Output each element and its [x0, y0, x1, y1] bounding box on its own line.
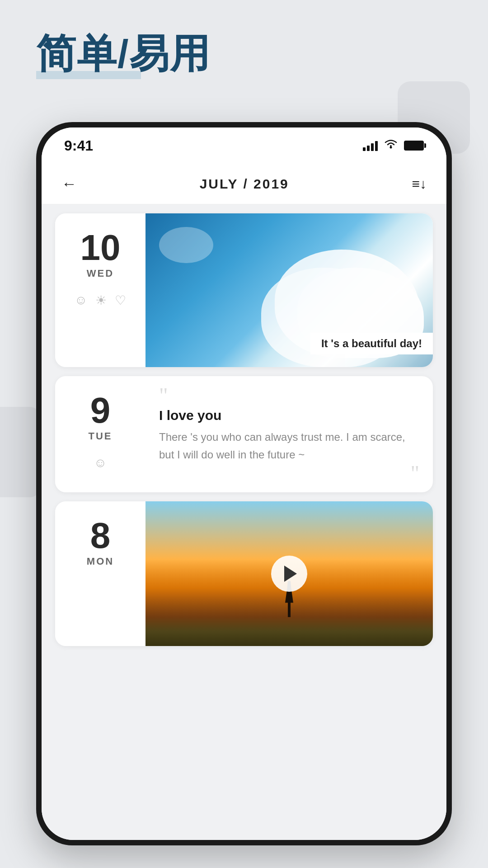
card-content-8 — [145, 501, 433, 646]
status-icons — [363, 139, 424, 153]
card-content-9: " I love you There 's you who can always… — [145, 376, 433, 492]
signal-icon — [363, 140, 378, 151]
entry-title-9: I love you — [159, 408, 419, 423]
smile-icon-9: ☺ — [94, 456, 107, 470]
card-image-10: It 's a beautiful day! — [145, 213, 433, 367]
page-header: 简单/易用 — [36, 27, 211, 81]
date-icons-10: ☺ ☀ ♡ — [75, 293, 127, 308]
diary-card-8[interactable]: 8 MON — [55, 501, 433, 646]
sort-button[interactable]: ≡↓ — [412, 176, 427, 192]
app-title: JULY / 2019 — [200, 176, 289, 192]
diary-card-9[interactable]: 9 TUE ☺ " I love you There 's you who ca… — [55, 376, 433, 492]
svg-point-0 — [390, 146, 392, 148]
smile-icon: ☺ — [75, 293, 88, 308]
status-bar: 9:41 — [42, 127, 446, 164]
card-content-10: It 's a beautiful day! — [145, 213, 433, 367]
date-day-8: 8 — [90, 518, 111, 554]
battery-icon — [404, 141, 424, 151]
video-thumbnail-8 — [145, 501, 433, 646]
bg-decoration-left — [0, 407, 41, 497]
date-icons-9: ☺ — [94, 456, 107, 470]
wifi-icon — [384, 139, 398, 153]
date-weekday-8: MON — [87, 556, 114, 567]
page-title-highlight: 简单/易用 — [36, 27, 211, 81]
date-day-9: 9 — [90, 392, 111, 429]
phone-screen: 9:41 — [42, 127, 446, 840]
diary-card-10[interactable]: 10 WED ☺ ☀ ♡ It 's a beautiful day! — [55, 213, 433, 367]
card-text-9: " I love you There 's you who can always… — [145, 376, 433, 492]
play-button[interactable] — [271, 556, 307, 592]
back-button[interactable]: ← — [61, 175, 77, 193]
phone-frame: 9:41 — [36, 122, 452, 845]
date-weekday-9: TUE — [89, 430, 113, 442]
date-weekday-10: WED — [87, 268, 114, 279]
entry-body-9: There 's you who can always trust me. I … — [159, 429, 419, 463]
date-day-10: 10 — [80, 230, 121, 266]
play-triangle-icon — [284, 566, 297, 582]
quote-close: " — [159, 468, 419, 479]
page-title: 简单/易用 — [36, 31, 211, 76]
date-sidebar-9: 9 TUE ☺ — [55, 376, 145, 492]
quote-open: " — [159, 387, 419, 404]
status-time: 9:41 — [64, 137, 93, 154]
date-sidebar-10: 10 WED ☺ ☀ ♡ — [55, 213, 145, 367]
date-sidebar-8: 8 MON — [55, 501, 145, 646]
content-area: 10 WED ☺ ☀ ♡ It 's a beautiful day! — [42, 204, 446, 840]
app-header: ← JULY / 2019 ≡↓ — [42, 164, 446, 204]
image-caption-10: It 's a beautiful day! — [310, 333, 433, 354]
sun-icon: ☀ — [95, 293, 107, 308]
heart-icon: ♡ — [115, 293, 126, 308]
